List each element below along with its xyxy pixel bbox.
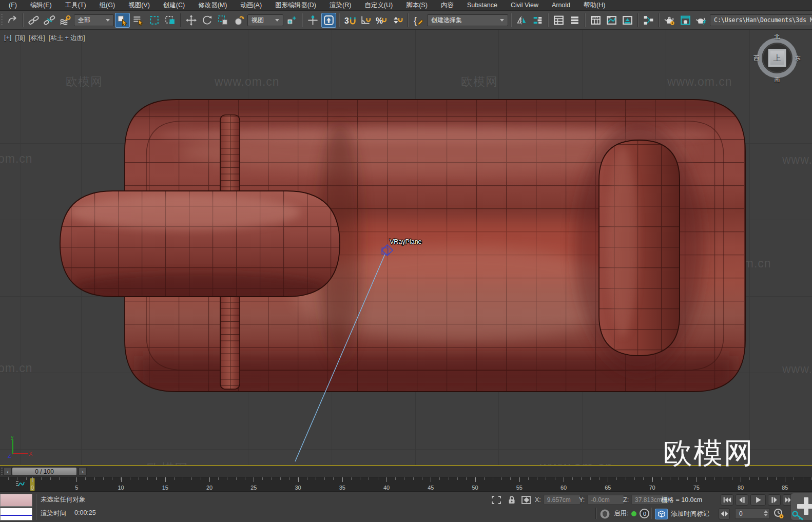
percent-snap-toggle[interactable]: % [374,13,389,28]
current-frame-field[interactable]: 0 [735,508,770,519]
menu-item[interactable]: 图形编辑器(D) [268,0,323,11]
menu-item[interactable]: 视图(V) [122,0,157,11]
menu-item[interactable]: 动画(A) [234,0,268,11]
macro-recorder-pane[interactable] [0,494,32,507]
isolate-selection-toggle[interactable] [491,495,502,505]
ruler-tick-label: 40 [383,485,390,491]
y-input[interactable]: -0.0cm [587,495,624,505]
time-configuration-button[interactable] [773,508,784,518]
mirror-button[interactable] [514,13,529,28]
viewport-top[interactable]: 欧模网 www.om.cn 欧模网 www.om.cn om.cn www.om… [0,30,812,465]
toolbar-separator [511,13,512,27]
viewport-shading-menu[interactable]: [粘土 + 边面] [49,34,85,43]
set-key-button[interactable] [790,493,812,520]
listener-pane[interactable] [0,508,32,520]
track-bar[interactable]: 0510152025303540455055606570758085 [0,477,812,491]
key-mode-toggle[interactable] [719,508,730,519]
menu-item[interactable]: 自定义(U) [358,0,399,11]
select-and-manipulate-button[interactable] [305,13,320,28]
select-and-rotate-button[interactable] [200,13,215,28]
render-setup-button[interactable] [662,13,677,28]
adaptive-degradation-toggle[interactable] [600,509,610,519]
viewcube-south-label[interactable]: 南 [775,76,780,84]
next-frame-button[interactable] [768,494,781,506]
select-and-link-button[interactable] [26,13,41,28]
angle-snap-toggle[interactable] [358,13,373,28]
window-crossing-toggle[interactable] [163,13,178,28]
ribbon-toggle-button[interactable] [588,13,603,28]
use-pivot-point-button[interactable] [284,13,299,28]
render-production-button[interactable] [694,13,709,28]
next-frame-arrow-button[interactable]: › [79,467,87,476]
ruler-tick [652,477,653,482]
snap-toggle-3d-button[interactable]: 3 [342,13,357,28]
menu-item[interactable]: 内容 [434,0,460,11]
previous-frame-arrow-button[interactable]: ‹ [4,467,12,476]
render-time-value: 0:00:25 [74,509,96,518]
named-selection-set-combo[interactable]: 创建选择集 [427,14,508,26]
menu-item[interactable]: 编辑(E) [24,0,59,11]
viewport-general-menu[interactable]: [+] [4,34,11,43]
sofa-model: VRayPlane [0,30,812,465]
bind-to-space-warp-button[interactable] [58,13,73,28]
viewport-standard-menu[interactable]: [标准] [29,34,45,43]
toolbar-separator [637,13,639,27]
layer-explorer-button[interactable] [567,13,582,28]
previous-frame-button[interactable] [736,494,748,506]
edit-named-selection-sets-button[interactable]: { [411,13,426,28]
absolute-offset-toggle[interactable] [520,495,532,505]
project-folder-field[interactable]: C:\Users\Han\Documents\3ds Max 2022 [710,14,812,26]
frame-spinner[interactable] [764,510,768,516]
menu-item[interactable]: 修改器(M) [191,0,234,11]
snap-3d-icon: 3 [344,14,356,26]
viewcube-east-label[interactable]: 东 [795,54,801,62]
select-and-move-button[interactable] [184,13,199,28]
reference-coordinate-dropdown[interactable]: 视图 [247,14,283,26]
time-slider-handle[interactable]: 0 / 100 [12,467,77,476]
rectangular-selection-region-button[interactable] [147,13,162,28]
select-and-place-button[interactable] [231,13,246,28]
curve-editor-button[interactable] [604,13,619,28]
status-bar: 未选定任何对象 渲染时间 0:00:25 X: 9.657cm Y: -0.0c… [0,491,812,522]
viewcube-top-face[interactable]: 上 [768,49,786,67]
select-object-button[interactable] [115,13,130,28]
x-input[interactable]: 9.657cm [544,495,581,505]
redo-button[interactable] [5,13,20,28]
menu-item[interactable]: 创建(C) [157,0,191,11]
play-button[interactable] [750,494,766,506]
menu-item[interactable]: 渲染(R) [323,0,358,11]
align-button[interactable] [530,13,545,28]
degradation-count-badge[interactable]: 0 [640,509,649,518]
viewcube-west-label[interactable]: 西 [753,54,759,62]
menu-item[interactable]: 工具(T) [59,0,93,11]
rendered-frame-window-button[interactable] [678,13,693,28]
spinner-snap-toggle[interactable] [390,13,405,28]
go-to-start-button[interactable] [721,494,733,506]
select-and-scale-button[interactable] [216,13,230,28]
selection-filter-dropdown[interactable]: 全部 [74,14,114,26]
viewcube[interactable]: 上 北 南 西 东 [753,34,801,82]
select-object-icon [117,14,128,26]
menu-item[interactable]: 组(G) [93,0,122,11]
keyboard-shortcut-override-toggle[interactable] [321,13,336,28]
ruler-tick [431,477,431,482]
viewcube-north-label[interactable]: 北 [775,33,780,41]
menu-item[interactable]: Substance [460,0,504,11]
material-editor-button[interactable] [641,13,656,28]
menu-item[interactable]: 脚本(S) [399,0,434,11]
schematic-view-button[interactable] [620,13,635,28]
menu-item[interactable]: Civil View [504,0,545,11]
ruler-tick [608,477,608,482]
unlink-selection-button[interactable] [42,13,57,28]
chevron-down-icon [106,19,110,22]
listener-line [1,515,32,516]
menu-item[interactable]: Arnold [545,0,577,11]
viewport-pov-menu[interactable]: [顶] [15,34,25,43]
ruler-tick [254,477,254,482]
selection-lock-toggle[interactable] [506,495,517,505]
scene-explorer-button[interactable] [551,13,566,28]
menu-item[interactable]: 帮助(H) [577,0,612,11]
select-by-name-button[interactable] [131,13,146,28]
menu-item[interactable]: (F) [2,0,24,11]
time-tag-button[interactable] [655,509,668,519]
